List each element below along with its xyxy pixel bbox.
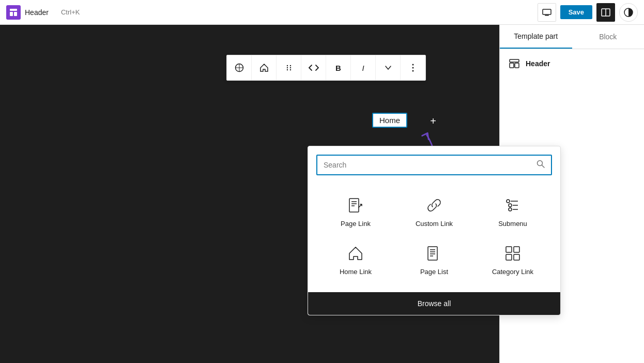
header-block-icon xyxy=(6,5,21,20)
sidebar-header-label: Header xyxy=(526,59,550,68)
svg-point-16 xyxy=(289,69,290,70)
sidebar-header-block-icon xyxy=(508,57,520,70)
text-dropdown-btn[interactable] xyxy=(376,55,401,80)
main-area: B I Home + xyxy=(0,25,644,363)
layout-toggle-button[interactable] xyxy=(596,3,615,22)
block-item-custom-link[interactable]: Custom Link xyxy=(395,188,473,236)
svg-point-12 xyxy=(286,67,287,68)
svg-rect-41 xyxy=(510,59,519,62)
keyboard-shortcut: Ctrl+K xyxy=(61,8,80,16)
search-section xyxy=(308,146,560,182)
block-item-home-link[interactable]: Home Link xyxy=(316,236,395,284)
home-link-label: Home Link xyxy=(340,268,372,276)
search-input[interactable] xyxy=(324,161,532,169)
code-toolbar-btn[interactable] xyxy=(301,55,326,80)
top-bar: Header Ctrl+K Save xyxy=(0,0,644,25)
svg-point-17 xyxy=(412,64,414,66)
submenu-icon xyxy=(503,196,522,215)
tab-template-part[interactable]: Template part xyxy=(500,25,572,49)
svg-rect-4 xyxy=(545,15,549,16)
svg-point-11 xyxy=(286,65,287,66)
block-item-submenu[interactable]: Submenu xyxy=(473,188,552,236)
category-link-label: Category Link xyxy=(492,268,533,276)
home-toolbar-btn[interactable] xyxy=(252,55,277,80)
save-button[interactable]: Save xyxy=(560,5,592,19)
svg-point-18 xyxy=(412,67,414,69)
svg-rect-37 xyxy=(506,247,512,252)
sidebar-tabs: Template part Block xyxy=(500,25,644,49)
compass-toolbar-btn[interactable] xyxy=(227,55,252,80)
category-link-icon xyxy=(503,244,522,263)
svg-rect-22 xyxy=(349,199,359,212)
canvas-area: B I Home + xyxy=(0,25,499,363)
svg-rect-43 xyxy=(515,63,519,68)
page-list-icon xyxy=(425,244,443,263)
more-toolbar-btn[interactable] xyxy=(401,55,425,80)
svg-rect-2 xyxy=(14,12,17,16)
svg-rect-3 xyxy=(543,9,551,14)
svg-point-15 xyxy=(289,67,290,68)
svg-rect-40 xyxy=(514,254,519,260)
custom-link-label: Custom Link xyxy=(416,220,453,228)
home-nav-button[interactable]: Home xyxy=(372,113,407,128)
svg-rect-42 xyxy=(510,63,514,68)
svg-rect-32 xyxy=(428,247,437,260)
floating-toolbar: B I xyxy=(226,55,426,81)
search-icon xyxy=(536,160,545,170)
top-bar-left: Header Ctrl+K xyxy=(6,5,80,20)
svg-rect-39 xyxy=(506,254,512,260)
svg-point-14 xyxy=(289,65,290,66)
svg-point-30 xyxy=(509,208,512,211)
sidebar-template-part-content: Header xyxy=(500,49,644,78)
header-text: Header xyxy=(25,8,49,17)
page-list-label: Page List xyxy=(420,268,448,276)
svg-rect-0 xyxy=(10,9,17,11)
svg-point-28 xyxy=(509,204,512,207)
block-item-page-list[interactable]: Page List xyxy=(395,236,473,284)
bold-toolbar-btn[interactable]: B xyxy=(326,55,351,80)
home-link-icon xyxy=(346,244,365,263)
tab-block[interactable]: Block xyxy=(572,25,645,49)
header-label-group: Header xyxy=(6,5,49,20)
svg-point-19 xyxy=(412,70,414,72)
svg-rect-1 xyxy=(10,12,13,16)
svg-point-26 xyxy=(507,200,510,203)
block-item-category-link[interactable]: Category Link xyxy=(473,236,552,284)
italic-toolbar-btn[interactable]: I xyxy=(351,55,376,80)
contrast-button[interactable] xyxy=(619,3,638,22)
svg-point-13 xyxy=(286,69,287,70)
submenu-label: Submenu xyxy=(498,220,527,228)
top-bar-right: Save xyxy=(538,3,638,22)
block-inserter-popup: Page Link Custom Link xyxy=(308,146,561,315)
page-link-icon xyxy=(346,196,365,215)
preview-button[interactable] xyxy=(538,3,556,22)
svg-line-21 xyxy=(542,165,545,168)
custom-link-icon xyxy=(425,196,443,215)
block-item-page-link[interactable]: Page Link xyxy=(316,188,395,236)
browse-all-button[interactable]: Browse all xyxy=(308,292,560,315)
drag-toolbar-btn[interactable] xyxy=(277,55,301,80)
search-box xyxy=(316,155,552,175)
svg-rect-38 xyxy=(514,247,519,252)
page-link-label: Page Link xyxy=(341,220,371,228)
blocks-grid: Page Link Custom Link xyxy=(308,182,560,292)
